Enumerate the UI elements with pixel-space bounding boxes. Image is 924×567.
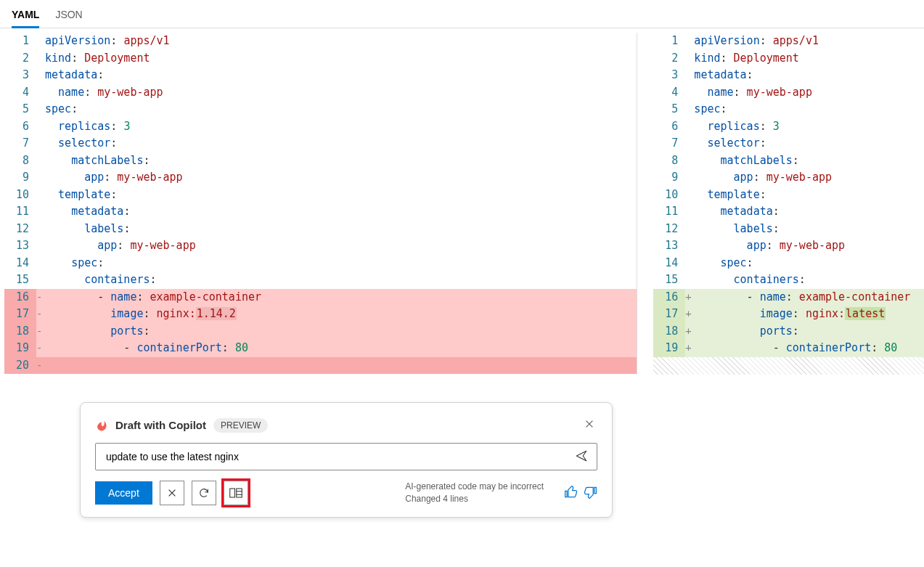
discard-button[interactable] bbox=[160, 481, 184, 505]
code-line[interactable]: 2kind: Deployment bbox=[653, 50, 924, 68]
line-number: 2 bbox=[4, 50, 36, 68]
code-line[interactable]: 7 selector: bbox=[4, 135, 637, 152]
diff-mark bbox=[685, 221, 694, 238]
code-text: matchLabels: bbox=[694, 152, 924, 170]
diff-mark: - bbox=[36, 289, 45, 306]
diff-mark bbox=[36, 101, 45, 118]
code-text: image: nginx:latest bbox=[694, 306, 924, 323]
accept-button[interactable]: Accept bbox=[95, 481, 152, 505]
code-line[interactable]: 1apiVersion: apps/v1 bbox=[4, 33, 637, 50]
line-number: 11 bbox=[653, 203, 685, 221]
diff-view-icon bbox=[229, 488, 242, 498]
code-line[interactable]: 1apiVersion: apps/v1 bbox=[653, 33, 924, 50]
code-line[interactable]: 8 matchLabels: bbox=[653, 152, 924, 170]
thumbs-down-button[interactable] bbox=[583, 485, 597, 502]
diff-mark bbox=[36, 50, 45, 68]
diff-mark bbox=[36, 152, 45, 170]
diff-mark bbox=[685, 33, 694, 50]
code-original[interactable]: 1apiVersion: apps/v12kind: Deployment3me… bbox=[4, 33, 637, 374]
diff-mark: + bbox=[685, 340, 694, 357]
code-line[interactable]: 12 labels: bbox=[4, 221, 637, 238]
diff-mark bbox=[685, 118, 694, 136]
code-line[interactable]: 13 app: my-web-app bbox=[4, 237, 637, 255]
diff-mark bbox=[685, 67, 694, 84]
line-number: 5 bbox=[4, 101, 36, 118]
code-text: name: my-web-app bbox=[45, 84, 637, 102]
code-line[interactable]: 17+ image: nginx:latest bbox=[653, 306, 924, 323]
code-line[interactable]: 5spec: bbox=[4, 101, 637, 118]
code-line[interactable]: 18+ ports: bbox=[653, 323, 924, 340]
code-line[interactable]: 5spec: bbox=[653, 101, 924, 118]
code-line[interactable]: 11 metadata: bbox=[653, 203, 924, 221]
copilot-status: AI-generated code may be incorrect Chang… bbox=[405, 481, 544, 505]
close-icon bbox=[167, 488, 177, 498]
diff-mark bbox=[36, 272, 45, 289]
code-line[interactable]: 9 app: my-web-app bbox=[653, 169, 924, 187]
code-line[interactable]: 18- ports: bbox=[4, 323, 637, 340]
code-line[interactable]: 4 name: my-web-app bbox=[4, 84, 637, 102]
toggle-diff-button[interactable] bbox=[224, 481, 248, 505]
code-text: app: my-web-app bbox=[45, 169, 637, 187]
code-line[interactable]: 12 labels: bbox=[653, 221, 924, 238]
diff-mark bbox=[685, 135, 694, 152]
code-line[interactable]: 19+ - containerPort: 80 bbox=[653, 340, 924, 357]
code-modified[interactable]: 1apiVersion: apps/v12kind: Deployment3me… bbox=[653, 33, 924, 357]
code-line[interactable]: 16- - name: example-container bbox=[4, 289, 637, 306]
code-line[interactable]: 20- bbox=[4, 357, 637, 375]
tab-yaml[interactable]: YAML bbox=[12, 4, 39, 28]
code-line[interactable]: 3metadata: bbox=[653, 67, 924, 84]
code-line[interactable]: 17- image: nginx:1.14.2 bbox=[4, 306, 637, 323]
code-line[interactable]: 2kind: Deployment bbox=[4, 50, 637, 68]
tab-bar: YAML JSON bbox=[0, 0, 924, 28]
line-number: 14 bbox=[4, 255, 36, 272]
diff-mark bbox=[685, 84, 694, 102]
close-button[interactable] bbox=[581, 416, 597, 434]
prompt-input[interactable] bbox=[105, 450, 572, 463]
line-number: 18 bbox=[653, 323, 685, 340]
line-number: 4 bbox=[4, 84, 36, 102]
line-number: 9 bbox=[4, 169, 36, 187]
regenerate-button[interactable] bbox=[192, 481, 216, 505]
code-text: metadata: bbox=[45, 203, 637, 221]
diff-view: 1apiVersion: apps/v12kind: Deployment3me… bbox=[0, 28, 924, 375]
diff-mark bbox=[685, 169, 694, 187]
diff-mark: - bbox=[36, 357, 45, 375]
copilot-title: Draft with Copilot bbox=[115, 419, 206, 431]
line-number: 19 bbox=[653, 340, 685, 357]
code-line[interactable]: 16+ - name: example-container bbox=[653, 289, 924, 306]
code-line[interactable]: 19- - containerPort: 80 bbox=[4, 340, 637, 357]
code-text: image: nginx:1.14.2 bbox=[45, 306, 637, 323]
thumbs-up-button[interactable] bbox=[564, 485, 578, 502]
line-number: 5 bbox=[653, 101, 685, 118]
code-line[interactable]: 6 replicas: 3 bbox=[653, 118, 924, 136]
copilot-logo-icon bbox=[95, 419, 108, 432]
svg-rect-1 bbox=[237, 489, 242, 497]
code-line[interactable]: 7 selector: bbox=[653, 135, 924, 152]
code-line[interactable]: 3metadata: bbox=[4, 67, 637, 84]
code-line[interactable]: 10 template: bbox=[4, 187, 637, 204]
code-line[interactable]: 14 spec: bbox=[4, 255, 637, 272]
code-text: app: my-web-app bbox=[45, 237, 637, 255]
refresh-icon bbox=[198, 487, 210, 499]
code-line[interactable]: 14 spec: bbox=[653, 255, 924, 272]
send-button[interactable] bbox=[572, 446, 591, 468]
code-line[interactable]: 10 template: bbox=[653, 187, 924, 204]
line-number: 3 bbox=[653, 67, 685, 84]
code-text: kind: Deployment bbox=[694, 50, 924, 68]
code-line[interactable]: 13 app: my-web-app bbox=[653, 237, 924, 255]
code-line[interactable]: 4 name: my-web-app bbox=[653, 84, 924, 102]
diff-mark bbox=[36, 221, 45, 238]
code-text: template: bbox=[694, 187, 924, 204]
send-icon bbox=[575, 449, 588, 462]
code-line[interactable]: 11 metadata: bbox=[4, 203, 637, 221]
diff-mark bbox=[685, 203, 694, 221]
tab-json[interactable]: JSON bbox=[55, 4, 82, 28]
line-number: 16 bbox=[653, 289, 685, 306]
code-line[interactable]: 8 matchLabels: bbox=[4, 152, 637, 170]
code-line[interactable]: 9 app: my-web-app bbox=[4, 169, 637, 187]
code-line[interactable]: 15 containers: bbox=[4, 272, 637, 289]
code-line[interactable]: 6 replicas: 3 bbox=[4, 118, 637, 136]
line-number: 4 bbox=[653, 84, 685, 102]
line-number: 1 bbox=[653, 33, 685, 50]
code-line[interactable]: 15 containers: bbox=[653, 272, 924, 289]
